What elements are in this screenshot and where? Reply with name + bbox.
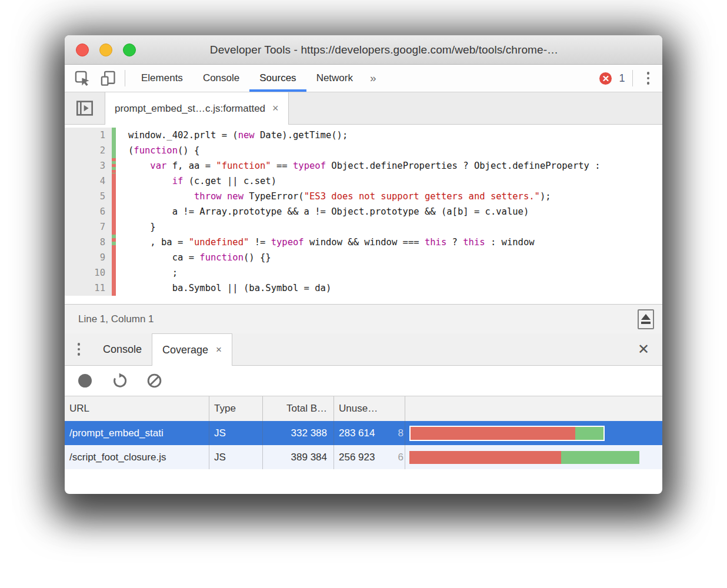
line-number[interactable]: 7 bbox=[65, 219, 112, 235]
toolbar-separator bbox=[632, 70, 633, 86]
code-text: throw new TypeError("ES3 does not suppor… bbox=[116, 189, 662, 204]
column-header-total[interactable]: Total B… bbox=[263, 396, 334, 421]
code-text: ca = function() {} bbox=[116, 250, 662, 265]
code-text: (function() { bbox=[116, 143, 662, 158]
error-icon[interactable]: ✕ bbox=[599, 72, 612, 85]
line-number[interactable]: 8 bbox=[65, 235, 112, 250]
code-line[interactable]: 10 ; bbox=[65, 265, 662, 280]
code-line[interactable]: 8 , ba = "undefined" != typeof window &&… bbox=[65, 235, 662, 250]
column-header-unused[interactable]: Unuse… bbox=[334, 396, 405, 421]
code-text: } bbox=[116, 219, 662, 235]
cell-total-bytes: 389 384 bbox=[263, 445, 334, 469]
pretty-print-icon[interactable] bbox=[638, 309, 654, 329]
code-line[interactable]: 6 a != Array.prototype && a != Object.pr… bbox=[65, 204, 662, 219]
code-text: var f, aa = "function" == typeof Object.… bbox=[116, 158, 662, 173]
code-line[interactable]: 7 } bbox=[65, 219, 662, 235]
cursor-position: Line 1, Column 1 bbox=[78, 313, 154, 325]
line-number[interactable]: 2 bbox=[65, 143, 112, 158]
code-text: ba.Symbol || (ba.Symbol = da) bbox=[116, 280, 662, 296]
error-count[interactable]: 1 bbox=[619, 72, 625, 85]
code-line[interactable]: 1window._402.prlt = (new Date).getTime()… bbox=[65, 128, 662, 143]
file-tab[interactable]: prompt_embed_st…c.js:formatted × bbox=[105, 92, 289, 125]
panel-tabs: Elements Console Sources Network » bbox=[131, 65, 383, 92]
coverage-gutter-mark bbox=[112, 158, 116, 173]
coverage-tab-label: Coverage bbox=[162, 344, 208, 356]
drawer-tab-bar: Console Coverage × ✕ bbox=[65, 333, 662, 366]
cell-type: JS bbox=[209, 421, 263, 445]
line-number[interactable]: 4 bbox=[65, 173, 112, 189]
coverage-gutter-mark bbox=[112, 128, 116, 143]
cell-unused-bytes: 256 9236 bbox=[334, 445, 405, 469]
table-row[interactable]: /prompt_embed_statiJS332 388283 6148 bbox=[65, 421, 662, 445]
code-text: , ba = "undefined" != typeof window && w… bbox=[116, 235, 662, 250]
file-tab-label: prompt_embed_st…c.js:formatted bbox=[115, 103, 265, 115]
minimize-window-button[interactable] bbox=[99, 44, 112, 56]
table-row[interactable]: /script_foot_closure.jsJS389 384256 9236 bbox=[65, 445, 662, 469]
close-coverage-tab-icon[interactable]: × bbox=[216, 344, 222, 356]
tab-elements[interactable]: Elements bbox=[131, 65, 193, 92]
more-tabs-chevron[interactable]: » bbox=[363, 65, 383, 92]
coverage-gutter-mark bbox=[112, 173, 116, 189]
code-line[interactable]: 5 throw new TypeError("ES3 does not supp… bbox=[65, 189, 662, 204]
tab-sources[interactable]: Sources bbox=[249, 65, 306, 92]
line-number[interactable]: 9 bbox=[65, 250, 112, 265]
cell-total-bytes: 332 388 bbox=[263, 421, 334, 445]
line-number[interactable]: 1 bbox=[65, 128, 112, 143]
coverage-gutter-mark bbox=[112, 219, 116, 235]
clear-coverage-icon[interactable] bbox=[146, 373, 162, 389]
inspect-element-icon[interactable] bbox=[73, 69, 92, 88]
column-header-usage[interactable] bbox=[405, 396, 662, 421]
devtools-window: Developer Tools - https://developers.goo… bbox=[65, 35, 662, 494]
unused-percent-clipped: 8 bbox=[398, 427, 403, 439]
code-line[interactable]: 11 ba.Symbol || (ba.Symbol = da) bbox=[65, 280, 662, 296]
unused-bytes-bar bbox=[409, 451, 561, 464]
column-header-type[interactable]: Type bbox=[209, 396, 263, 421]
code-line[interactable]: 9 ca = function() {} bbox=[65, 250, 662, 265]
cell-url: /script_foot_closure.js bbox=[65, 445, 209, 469]
unused-bytes-bar bbox=[411, 427, 575, 440]
usage-bar bbox=[409, 451, 639, 464]
coverage-gutter-mark bbox=[112, 280, 116, 296]
unused-percent-clipped: 6 bbox=[398, 452, 403, 463]
line-number[interactable]: 3 bbox=[65, 158, 112, 173]
coverage-gutter-mark bbox=[112, 189, 116, 204]
devtools-menu-icon[interactable] bbox=[640, 72, 657, 85]
tab-console[interactable]: Console bbox=[193, 65, 249, 92]
tab-network[interactable]: Network bbox=[306, 65, 363, 92]
editor-status-bar: Line 1, Column 1 bbox=[65, 304, 662, 333]
window-titlebar[interactable]: Developer Tools - https://developers.goo… bbox=[65, 35, 662, 65]
traffic-lights bbox=[76, 35, 136, 64]
close-drawer-icon[interactable]: ✕ bbox=[638, 333, 662, 365]
code-line[interactable]: 4 if (c.get || c.set) bbox=[65, 173, 662, 189]
reload-coverage-icon[interactable] bbox=[111, 373, 127, 389]
cell-unused-bytes: 283 6148 bbox=[334, 421, 405, 445]
drawer-tab-console[interactable]: Console bbox=[93, 333, 152, 365]
code-editor[interactable]: 1window._402.prlt = (new Date).getTime()… bbox=[65, 125, 662, 304]
record-coverage-icon[interactable] bbox=[78, 374, 92, 387]
coverage-gutter-mark bbox=[112, 143, 116, 158]
cell-type: JS bbox=[209, 445, 263, 469]
window-title: Developer Tools - https://developers.goo… bbox=[169, 44, 558, 56]
zoom-window-button[interactable] bbox=[123, 44, 136, 56]
close-file-tab-icon[interactable]: × bbox=[272, 102, 279, 115]
code-text: ; bbox=[116, 265, 662, 280]
code-line[interactable]: 2(function() { bbox=[65, 143, 662, 158]
cell-url: /prompt_embed_stati bbox=[65, 421, 209, 445]
close-window-button[interactable] bbox=[76, 44, 89, 56]
line-number[interactable]: 6 bbox=[65, 204, 112, 219]
device-toolbar-icon[interactable] bbox=[99, 69, 118, 88]
code-line[interactable]: 3 var f, aa = "function" == typeof Objec… bbox=[65, 158, 662, 173]
line-number[interactable]: 10 bbox=[65, 265, 112, 280]
coverage-gutter-mark bbox=[112, 265, 116, 280]
toolbar-separator bbox=[125, 70, 125, 86]
devtools-toolbar: Elements Console Sources Network » ✕ 1 bbox=[65, 65, 662, 92]
line-number[interactable]: 11 bbox=[65, 280, 112, 296]
drawer-tab-coverage[interactable]: Coverage × bbox=[152, 333, 232, 366]
line-number[interactable]: 5 bbox=[65, 189, 112, 204]
coverage-gutter-mark bbox=[112, 204, 116, 219]
drawer-menu-icon[interactable] bbox=[65, 333, 93, 365]
coverage-table-header: URL Type Total B… Unuse… bbox=[65, 396, 662, 421]
column-header-url[interactable]: URL bbox=[65, 396, 209, 421]
show-navigator-icon[interactable] bbox=[65, 92, 105, 124]
code-text: if (c.get || c.set) bbox=[116, 173, 662, 189]
